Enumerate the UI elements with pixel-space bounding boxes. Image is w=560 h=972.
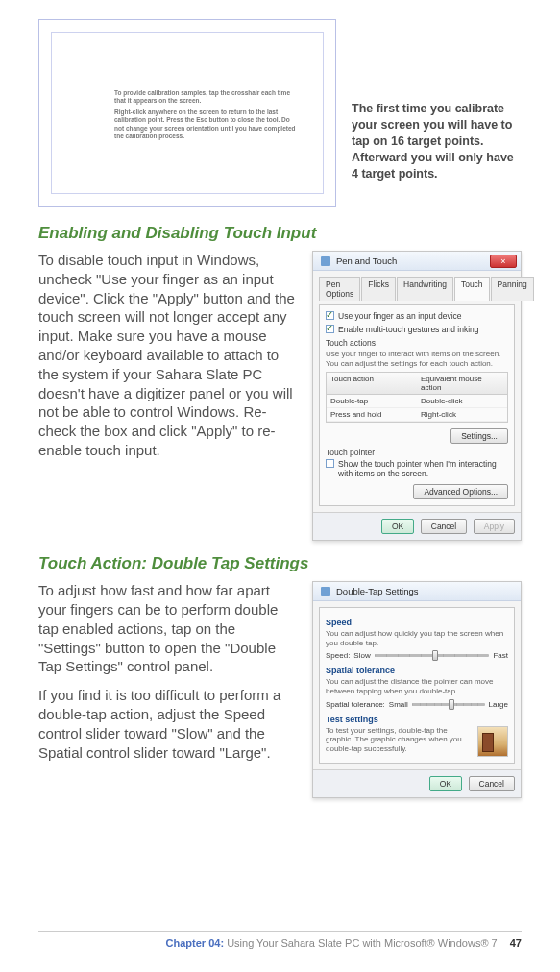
speed-heading: Speed <box>326 618 508 627</box>
group-test: Test settings To test your settings, dou… <box>326 715 508 758</box>
dialog2-panel: Speed You can adjust how quickly you tap… <box>319 607 515 764</box>
group-touch-actions: Touch actions <box>326 338 508 348</box>
spatial-label: Spatial tolerance: <box>326 700 385 709</box>
table-row[interactable]: Double-tap Double-click <box>327 395 507 408</box>
pen-touch-icon <box>321 256 330 266</box>
calibration-inner-text: To provide calibration samples, tap the … <box>114 89 297 144</box>
dialog1-titlebar[interactable]: Pen and Touch × <box>313 252 521 271</box>
section1-row: To disable touch input in Windows, unche… <box>38 251 522 541</box>
apply-button[interactable]: Apply <box>474 519 515 534</box>
table-row[interactable]: Press and hold Right-click <box>327 408 507 422</box>
fast-label: Fast <box>493 651 508 660</box>
section2-row: To adjust how fast and how far apart you… <box>38 581 522 798</box>
col-mouse-action: Equivalent mouse action <box>417 373 507 394</box>
calibration-diagram: To provide calibration samples, tap the … <box>38 19 336 207</box>
large-label: Large <box>489 700 508 709</box>
check-multitouch-label: Enable multi-touch gestures and inking <box>338 325 478 334</box>
section1-body: To disable touch input in Windows, unche… <box>38 251 299 541</box>
slow-label: Slow <box>353 651 370 660</box>
small-label: Small <box>389 700 408 709</box>
section2-p2: If you find it is too difficult to perfo… <box>38 686 299 762</box>
footer-chapter: Chapter 04: <box>166 937 225 949</box>
tab-touch[interactable]: Touch <box>454 277 490 301</box>
group-touch-pointer: Touch pointer <box>326 448 508 457</box>
settings-btn-row: Settings... <box>326 428 508 444</box>
spatial-slider-row: Spatial tolerance: Small Large <box>326 700 508 709</box>
group-speed: Speed You can adjust how quickly you tap… <box>326 618 508 660</box>
cell-double-click: Double-click <box>417 395 507 407</box>
settings-button[interactable]: Settings... <box>450 428 508 444</box>
calibration-inner-line1: To provide calibration samples, tap the … <box>114 89 297 105</box>
footer-page: 47 <box>510 937 522 949</box>
check-use-finger-label: Use your finger as an input device <box>338 311 462 321</box>
section2-p1: To adjust how fast and how far apart you… <box>38 581 299 676</box>
spatial-slider[interactable] <box>412 703 485 706</box>
adv-btn-row: Advanced Options... <box>326 484 508 499</box>
page-footer: Chapter 04: Using Your Sahara Slate PC w… <box>38 931 522 949</box>
ok-button[interactable]: OK <box>429 776 462 791</box>
slider-thumb-icon[interactable] <box>449 699 454 710</box>
spatial-hint: You can adjust the distance the pointer … <box>326 677 508 695</box>
advanced-options-button[interactable]: Advanced Options... <box>413 484 508 499</box>
tab-pen-options[interactable]: Pen Options <box>319 277 360 301</box>
calibration-caption: The first time you calibrate your screen… <box>352 43 522 182</box>
check-multitouch[interactable]: Enable multi-touch gestures and inking <box>326 325 508 334</box>
cell-press-hold: Press and hold <box>327 408 417 421</box>
calibration-row: To provide calibration samples, tap the … <box>38 19 522 207</box>
checkbox-icon[interactable] <box>326 311 334 320</box>
check-touch-pointer-label: Show the touch pointer when I'm interact… <box>338 459 508 478</box>
dialog1-title: Pen and Touch <box>336 255 490 266</box>
dialog2-body: Speed You can adjust how quickly you tap… <box>313 601 521 769</box>
touch-actions-table: Touch action Equivalent mouse action Dou… <box>326 372 508 423</box>
heading-enabling-touch: Enabling and Disabling Touch Input <box>38 224 522 243</box>
dialog2-footer: OK Cancel <box>313 769 521 797</box>
test-heading: Test settings <box>326 715 508 724</box>
speed-label: Speed: <box>326 651 350 660</box>
dialog1-tabs: Pen Options Flicks Handwriting Touch Pan… <box>319 277 515 301</box>
check-use-finger[interactable]: Use your finger as an input device <box>326 311 508 321</box>
checkbox-icon[interactable] <box>326 325 334 333</box>
dialog1-footer: OK Cancel Apply <box>313 512 521 540</box>
test-graphic[interactable] <box>477 726 508 757</box>
dialog2-title: Double-Tap Settings <box>336 586 517 596</box>
cell-right-click: Right-click <box>417 408 507 421</box>
pen-and-touch-dialog: Pen and Touch × Pen Options Flicks Handw… <box>312 251 522 541</box>
tab-handwriting[interactable]: Handwriting <box>397 277 453 301</box>
heading-double-tap: Touch Action: Double Tap Settings <box>38 554 522 573</box>
close-icon[interactable]: × <box>490 255 517 268</box>
checkbox-icon[interactable] <box>326 459 334 468</box>
cancel-button[interactable]: Cancel <box>421 519 467 534</box>
settings-icon <box>321 587 330 596</box>
dialog1-panel: Use your finger as an input device Enabl… <box>319 304 515 506</box>
tab-flicks[interactable]: Flicks <box>361 277 396 301</box>
speed-hint: You can adjust how quickly you tap the s… <box>326 629 508 647</box>
spatial-heading: Spatial tolerance <box>326 666 508 675</box>
group-spatial: Spatial tolerance You can adjust the dis… <box>326 666 508 708</box>
touch-actions-hint: Use your finger to interact with items o… <box>326 350 508 368</box>
col-touch-action: Touch action <box>327 373 417 394</box>
dialog1-body: Pen Options Flicks Handwriting Touch Pan… <box>313 271 521 512</box>
calibration-inner-line2: Right-click anywhere on the screen to re… <box>114 109 297 140</box>
slider-thumb-icon[interactable] <box>432 650 438 661</box>
dialog2-titlebar[interactable]: Double-Tap Settings <box>313 582 521 601</box>
section2-body: To adjust how fast and how far apart you… <box>38 581 299 798</box>
cancel-button[interactable]: Cancel <box>469 776 515 791</box>
double-tap-settings-dialog: Double-Tap Settings Speed You can adjust… <box>312 581 522 798</box>
table-header: Touch action Equivalent mouse action <box>327 373 507 395</box>
speed-slider[interactable] <box>375 654 490 657</box>
tab-panning[interactable]: Panning <box>491 277 534 301</box>
section1-paragraph: To disable touch input in Windows, unche… <box>38 251 299 460</box>
speed-slider-row: Speed: Slow Fast <box>326 651 508 660</box>
ok-button[interactable]: OK <box>381 519 414 534</box>
footer-title: Using Your Sahara Slate PC with Microsof… <box>227 937 498 949</box>
check-touch-pointer[interactable]: Show the touch pointer when I'm interact… <box>326 459 508 478</box>
cell-double-tap: Double-tap <box>327 395 417 407</box>
